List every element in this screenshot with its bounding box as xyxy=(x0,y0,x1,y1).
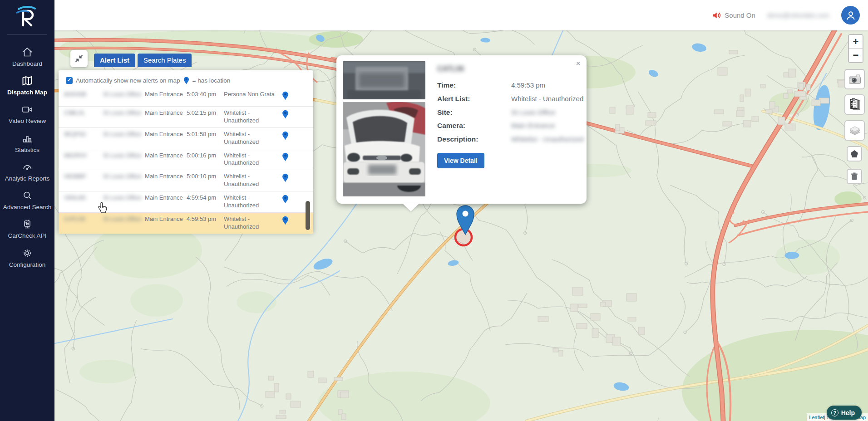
cell-time: 4:59:53 pm xyxy=(187,215,224,223)
location-pin-icon xyxy=(282,131,289,140)
location-pin-icon[interactable] xyxy=(282,109,296,121)
home-icon xyxy=(21,47,33,58)
sidebar-item-label: Analytic Reports xyxy=(5,175,49,183)
location-pin-icon[interactable] xyxy=(282,173,296,185)
sidebar-item-label: CarCheck API xyxy=(8,232,47,240)
location-pin-icon[interactable] xyxy=(282,131,296,142)
cell-plate: HE98BF xyxy=(64,173,103,181)
view-detail-button[interactable]: View Detail xyxy=(437,153,484,168)
sidebar-item-label: Configuration xyxy=(9,261,45,269)
reports-clipboard-button[interactable] xyxy=(844,94,865,115)
field-value: St Louis Office xyxy=(511,108,584,117)
alert-row[interactable]: VB3L8DSt Louis OfficeMain Entrance4:59:5… xyxy=(59,191,313,213)
cell-site: St Louis Office xyxy=(103,194,145,202)
location-pin-icon[interactable] xyxy=(282,215,296,227)
sidebar-divider xyxy=(7,34,47,35)
field-label: Time: xyxy=(437,81,511,90)
auto-show-checkbox[interactable] xyxy=(66,77,73,84)
sidebar-item-label: Advanced Search xyxy=(3,203,52,211)
cell-time: 4:59:54 pm xyxy=(187,194,224,202)
cell-cam: Main Entrance xyxy=(145,109,187,117)
alert-row[interactable]: 9EQF82St Louis OfficeMain Entrance5:01:5… xyxy=(59,128,313,149)
tab-search-plates[interactable]: Search Plates xyxy=(138,54,192,67)
field-label: Site: xyxy=(437,108,511,117)
cell-plate: M62R0V xyxy=(64,152,103,160)
collapse-panel-button[interactable] xyxy=(70,50,88,67)
layers-button[interactable] xyxy=(844,120,865,141)
rekor-logo[interactable] xyxy=(13,5,41,28)
camera-icon xyxy=(848,73,862,86)
cell-time: 5:00:16 pm xyxy=(187,152,224,160)
sidebar-item-statistics[interactable]: Statistics xyxy=(0,126,54,154)
cell-time: 5:02:15 pm xyxy=(187,109,224,117)
popup-details: CATL06 Time:4:59:53 pm Alert List:Whitel… xyxy=(425,61,584,198)
cell-alert: Whitelist - Unauthorized xyxy=(224,131,282,146)
location-pin-icon xyxy=(183,77,189,84)
cell-alert: Persona Non Grata xyxy=(224,91,282,98)
location-pin-icon[interactable] xyxy=(282,91,296,103)
popup-images xyxy=(343,61,425,198)
polygon-icon xyxy=(850,149,859,158)
cell-plate: VB3L8D xyxy=(64,194,103,202)
gauge-icon xyxy=(21,162,33,172)
dispatch-map-page: { "brand": { "name": "Rekor" }, "topbar"… xyxy=(0,0,868,421)
sidebar-item-label: Dispatch Map xyxy=(7,88,47,97)
leaflet-link[interactable]: Leaflet xyxy=(809,415,824,420)
alert-row[interactable]: 8GK93BSt Louis OfficeMain Entrance5:03:4… xyxy=(59,88,313,107)
alert-row[interactable]: HE98BFSt Louis OfficeMain Entrance5:00:1… xyxy=(59,170,313,191)
vehicle-photo xyxy=(343,102,425,196)
cell-cam: Main Entrance xyxy=(145,215,187,223)
sidebar-item-label: Video Review xyxy=(9,117,46,125)
sidebar-item-dispatch-map[interactable]: Dispatch Map xyxy=(0,68,54,97)
sound-toggle[interactable]: Sound On xyxy=(712,11,755,20)
alert-row[interactable]: M62R0VSt Louis OfficeMain Entrance5:00:1… xyxy=(59,149,313,171)
sidebar-item-analytic-reports[interactable]: Analytic Reports xyxy=(0,154,54,183)
panel-header: Automatically show new alerts on map = h… xyxy=(59,70,313,88)
trash-icon xyxy=(850,172,859,181)
field-value: Whitelist - Unauthorized xyxy=(511,95,584,103)
field-value: Whitelist - Unauthorized xyxy=(511,135,584,144)
user-avatar[interactable] xyxy=(841,6,860,24)
zoom-out-button[interactable]: − xyxy=(849,49,863,62)
location-pin-icon xyxy=(282,216,289,225)
map-icon xyxy=(21,75,33,86)
panel-scrollbar-thumb[interactable] xyxy=(306,201,310,230)
cell-plate: 9EQF82 xyxy=(64,131,103,138)
question-icon: ? xyxy=(831,409,838,416)
tab-alert-list[interactable]: Alert List xyxy=(94,54,135,67)
cell-cam: Main Entrance xyxy=(145,194,187,202)
delete-button[interactable] xyxy=(847,169,862,184)
popup-tail xyxy=(402,203,419,211)
cell-plate: C9BL0L xyxy=(64,109,103,117)
alert-list-panel: Automatically show new alerts on map = h… xyxy=(59,70,313,232)
location-pin-icon[interactable] xyxy=(282,152,296,164)
sidebar-item-advanced-search[interactable]: Advanced Search xyxy=(0,183,54,211)
sidebar: Dashboard Dispatch Map Video Review Stat… xyxy=(0,0,54,421)
alert-popup: CATL06 Time:4:59:53 pm Alert List:Whitel… xyxy=(336,55,587,204)
alert-row[interactable]: CATL06St Louis OfficeMain Entrance4:59:5… xyxy=(59,213,313,234)
cell-site: St Louis Office xyxy=(103,152,145,160)
zoom-in-button[interactable]: + xyxy=(849,35,863,49)
location-pin-icon[interactable] xyxy=(282,194,296,206)
cell-alert: Whitelist - Unauthorized xyxy=(224,194,282,210)
help-button[interactable]: ? Help xyxy=(827,406,862,420)
cell-time: 5:03:40 pm xyxy=(187,91,224,98)
sidebar-item-video-review[interactable]: Video Review xyxy=(0,97,54,125)
field-label: Camera: xyxy=(437,122,511,130)
alert-row[interactable]: C9BL0LSt Louis OfficeMain Entrance5:02:1… xyxy=(59,107,313,128)
gear-icon xyxy=(21,248,33,259)
map-zoom-control: + − xyxy=(848,34,863,63)
snapshot-camera-button[interactable] xyxy=(844,69,865,89)
collapse-icon xyxy=(74,54,84,63)
cell-site: St Louis Office xyxy=(103,109,145,117)
draw-polygon-button[interactable] xyxy=(847,146,862,162)
topbar: Sound On demo@rekorlabs.com xyxy=(54,0,868,30)
popup-close-icon[interactable]: × xyxy=(576,59,581,68)
location-pin-icon xyxy=(282,195,289,204)
cell-cam: Main Entrance xyxy=(145,152,187,160)
sidebar-item-dashboard[interactable]: Dashboard xyxy=(0,39,54,68)
panel-tabs: Alert List Search Plates xyxy=(94,54,192,67)
user-email: demo@rekorlabs.com xyxy=(767,12,829,19)
sidebar-item-carcheck-api[interactable]: CarCheck API xyxy=(0,211,54,240)
sidebar-item-configuration[interactable]: Configuration xyxy=(0,240,54,269)
